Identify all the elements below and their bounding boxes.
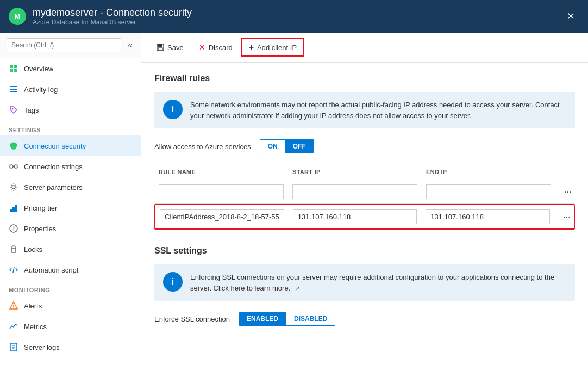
ssl-enabled-button[interactable]: ENABLED (239, 312, 286, 325)
svg-point-13 (12, 186, 15, 189)
ssl-toggle-label: Enforce SSL connection (154, 315, 230, 323)
svg-rect-30 (158, 48, 162, 50)
sidebar-activity-log-label: Activity log (24, 85, 58, 94)
sidebar: « Overview Activity log Tags SETTINGS (0, 33, 141, 383)
activity-log-icon (9, 84, 18, 94)
firewall-table: RULE NAME START IP END IP (154, 164, 575, 230)
sidebar-alerts-label: Alerts (24, 302, 42, 310)
firewall-info-box: i Some network environments may not repo… (154, 92, 575, 128)
tags-icon (9, 105, 18, 115)
actions-header (555, 169, 575, 175)
row-more-button[interactable]: ··· (559, 210, 574, 224)
add-client-ip-button[interactable]: + Add client IP (241, 38, 304, 57)
ssl-info-icon: i (163, 272, 183, 292)
sidebar-connection-strings-label: Connection strings (24, 163, 83, 171)
sidebar-item-tags[interactable]: Tags (0, 100, 141, 120)
sidebar-item-connection-security[interactable]: Connection security (0, 135, 141, 156)
empty-start-ip-cell (288, 180, 422, 203)
connection-security-icon (9, 141, 18, 151)
svg-text:M: M (15, 13, 20, 21)
sidebar-item-server-logs[interactable]: Server logs (0, 337, 141, 357)
overview-icon (9, 64, 18, 73)
content-area: Firewall rules i Some network environmen… (141, 63, 588, 348)
ssl-disabled-button[interactable]: DISABLED (286, 312, 335, 325)
search-input[interactable] (7, 38, 121, 52)
save-icon (157, 44, 164, 51)
toolbar: Save ✕ Discard + Add client IP (141, 33, 588, 63)
azure-services-toggle-row: Allow access to Azure services ON OFF (154, 139, 575, 153)
firewall-empty-row: ··· (154, 180, 575, 204)
firewall-section-title: Firewall rules (154, 73, 575, 83)
sidebar-item-server-parameters[interactable]: Server parameters (0, 177, 141, 197)
row-more-cell: ··· (554, 206, 574, 228)
start-ip-header: START IP (288, 169, 422, 175)
collapse-button[interactable]: « (126, 40, 134, 51)
svg-rect-8 (10, 91, 17, 92)
save-button[interactable]: Save (150, 40, 190, 55)
sidebar-item-pricing-tier[interactable]: Pricing tier (0, 197, 141, 218)
metrics-icon (9, 322, 18, 331)
sidebar-automation-script-label: Automation script (24, 266, 78, 274)
sidebar-item-connection-strings[interactable]: Connection strings (0, 156, 141, 177)
sidebar-metrics-label: Metrics (24, 323, 47, 331)
sidebar-overview-label: Overview (24, 65, 53, 73)
sidebar-item-activity-log[interactable]: Activity log (0, 79, 141, 100)
ssl-toggle: ENABLED DISABLED (239, 312, 335, 326)
sidebar-pricing-tier-label: Pricing tier (24, 204, 57, 212)
end-ip-cell (421, 205, 554, 228)
monitoring-section-label: MONITORING (0, 280, 141, 295)
svg-rect-5 (14, 69, 17, 72)
alerts-icon (9, 301, 18, 311)
empty-start-ip-input[interactable] (292, 184, 417, 199)
empty-end-ip-input[interactable] (426, 184, 551, 199)
close-button[interactable]: ✕ (562, 8, 579, 24)
rule-name-cell (155, 205, 289, 228)
rule-name-input[interactable] (160, 209, 284, 224)
logo-icon: M (12, 11, 23, 22)
discard-button[interactable]: ✕ Discard (192, 40, 239, 55)
svg-rect-15 (12, 207, 15, 212)
svg-rect-4 (10, 69, 13, 72)
svg-text:i: i (13, 226, 15, 232)
app-logo: M (9, 8, 26, 25)
svg-point-9 (12, 108, 14, 110)
sidebar-item-properties[interactable]: i Properties (0, 218, 141, 239)
empty-more-button[interactable]: ··· (560, 185, 576, 199)
search-box: « (0, 33, 141, 58)
automation-script-icon (9, 265, 18, 275)
toggle-off-button[interactable]: OFF (285, 140, 314, 153)
sidebar-properties-label: Properties (24, 225, 56, 233)
end-ip-input[interactable] (426, 209, 550, 224)
server-logs-icon (9, 342, 18, 352)
svg-rect-29 (158, 44, 162, 47)
sidebar-item-locks[interactable]: Locks (0, 239, 141, 260)
sidebar-locks-label: Locks (24, 245, 42, 254)
start-ip-input[interactable] (293, 209, 417, 224)
pricing-tier-icon (9, 203, 18, 213)
page-subtitle: Azure Database for MariaDB server (33, 18, 562, 26)
table-header: RULE NAME START IP END IP (154, 164, 575, 180)
sidebar-connection-security-label: Connection security (24, 142, 86, 150)
app-layout: « Overview Activity log Tags SETTINGS (0, 33, 588, 383)
svg-point-23 (13, 307, 14, 308)
toggle-on-button[interactable]: ON (260, 140, 285, 153)
discard-icon: ✕ (199, 43, 205, 52)
main-content: Save ✕ Discard + Add client IP Firewall … (141, 33, 588, 383)
empty-rule-name-input[interactable] (159, 184, 284, 199)
azure-services-label: Allow access to Azure services (154, 143, 251, 151)
svg-line-20 (13, 267, 14, 273)
sidebar-tags-label: Tags (24, 106, 39, 114)
firewall-data-row: ··· (154, 204, 575, 230)
sidebar-item-overview[interactable]: Overview (0, 58, 141, 79)
empty-more-cell: ··· (555, 181, 575, 203)
firewall-info-text: Some network environments may not report… (190, 100, 566, 121)
svg-rect-14 (10, 209, 12, 212)
sidebar-item-metrics[interactable]: Metrics (0, 316, 141, 337)
properties-icon: i (9, 224, 18, 233)
svg-point-10 (10, 165, 13, 168)
sidebar-item-automation-script[interactable]: Automation script (0, 260, 141, 280)
sidebar-item-alerts[interactable]: Alerts (0, 295, 141, 316)
title-bar: M mydemoserver - Connection security Azu… (0, 0, 588, 33)
svg-rect-16 (15, 205, 17, 212)
connection-strings-icon (9, 162, 18, 171)
